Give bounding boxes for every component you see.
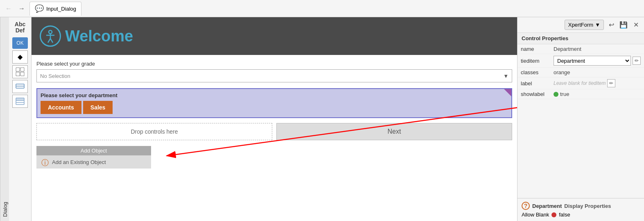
forward-button[interactable]: → [16, 3, 27, 14]
allow-blank-row: Allow Blank false [522, 212, 640, 218]
prop-tieditem-row: tieditem Department ✏ [517, 54, 644, 68]
dept-display-icon: ? [522, 202, 530, 210]
ctrl-props-header: Control Properties [517, 33, 644, 44]
center-canvas: Welcome Please select your grade No Sele… [32, 17, 517, 221]
label-edit-button[interactable]: ✏ [607, 79, 615, 87]
prop-name-row: name Department [517, 44, 644, 54]
svg-rect-9 [16, 98, 24, 100]
dept-label: Please select your department [41, 92, 508, 98]
diamond-icon[interactable]: ◆ [12, 50, 28, 64]
undo-button[interactable]: ↩ [606, 20, 616, 30]
sales-button[interactable]: Sales [83, 101, 113, 114]
dialog-icon: 💬 [35, 4, 44, 13]
svg-rect-0 [16, 68, 20, 71]
prop-tieditem-key: tieditem [517, 54, 550, 68]
save-button[interactable]: 💾 [619, 20, 628, 30]
svg-rect-3 [20, 72, 24, 76]
dialog-tab: Dialog [0, 17, 9, 221]
prop-name-key: name [517, 44, 550, 54]
showlabel-cell: true [554, 91, 641, 97]
grade-label: Please select your grade [36, 61, 512, 67]
xpertform-button[interactable]: XpertForm ▼ [565, 20, 604, 30]
label-placeholder: Leave blank for tieditem [554, 80, 606, 86]
accounts-button[interactable]: Accounts [41, 101, 81, 114]
xpertform-dropdown-icon: ▼ [595, 22, 600, 28]
green-dot [554, 92, 558, 97]
abc-def-label: AbcDef [15, 20, 25, 36]
svg-point-16 [49, 30, 52, 34]
prop-classes-key: classes [517, 68, 550, 77]
add-object-section: Add Object ⓘ Add an Existing Object [36, 146, 151, 169]
xpertform-label: XpertForm [568, 22, 593, 28]
top-bar: ← → 💬 Input_Dialog [0, 0, 644, 17]
svg-rect-1 [20, 68, 24, 71]
corner-marker [504, 89, 511, 96]
main-layout: Dialog AbcDef OK ◆ [0, 17, 644, 221]
prop-label-row: label Leave blank for tieditem ✏ [517, 77, 644, 89]
dropdown-arrow: ▼ [503, 73, 508, 79]
welcome-text: Welcome [65, 27, 133, 45]
ctrl-props-table: name Department tieditem Department ✏ [517, 44, 644, 99]
lines-icon[interactable] [12, 80, 28, 93]
prop-classes-value: orange [550, 68, 644, 77]
bottom-row: Drop controls here Next [36, 123, 512, 140]
prop-showlabel-row: showlabel true [517, 89, 644, 99]
add-object-header: Add Object [36, 146, 151, 155]
prop-showlabel-key: showlabel [517, 89, 550, 99]
svg-rect-2 [16, 72, 20, 76]
tab-label: Input_Dialog [46, 6, 76, 12]
prop-classes-row: classes orange [517, 68, 644, 77]
close-button[interactable]: ✕ [631, 20, 641, 30]
left-sidebar: AbcDef OK ◆ [9, 17, 32, 221]
dialog-area: Dialog AbcDef OK ◆ [0, 17, 32, 221]
grade-placeholder: No Selection [40, 73, 70, 79]
dept-buttons: Accounts Sales [41, 101, 508, 114]
bottom-right-panel: ? Department Display Properties Allow Bl… [517, 198, 644, 221]
grade-dropdown[interactable]: No Selection ▼ [36, 69, 512, 82]
prop-tieditem-value: Department ✏ [550, 54, 644, 68]
prop-label-value: Leave blank for tieditem ✏ [550, 77, 644, 89]
form-area: Please select your grade No Selection ▼ … [32, 55, 517, 174]
prop-name-value: Department [550, 44, 644, 54]
department-section: Please select your department Accounts S… [36, 88, 512, 118]
right-toolbar: XpertForm ▼ ↩ 💾 ✕ [517, 17, 644, 33]
svg-line-20 [50, 39, 53, 43]
drop-zone[interactable]: Drop controls here [36, 123, 272, 140]
welcome-header: Welcome [32, 17, 517, 55]
prop-showlabel-value: true [550, 89, 644, 99]
allow-blank-value: false [559, 212, 570, 218]
tieditem-select[interactable]: Department [554, 56, 631, 66]
tieditem-edit-button[interactable]: ✏ [633, 57, 641, 65]
grid-icon[interactable] [12, 65, 28, 78]
dept-display-header: ? Department Display Properties [522, 202, 640, 210]
prop-label-key: label [517, 77, 550, 89]
right-panel: XpertForm ▼ ↩ 💾 ✕ Control Properties nam… [517, 17, 644, 221]
next-button[interactable]: Next [276, 123, 512, 140]
accessibility-icon [40, 25, 61, 47]
allow-blank-label: Allow Blank [522, 212, 549, 218]
add-existing-item[interactable]: ⓘ Add an Existing Object [36, 155, 151, 169]
display-props-label: Display Properties [564, 203, 611, 209]
dept-display-label: Department [532, 203, 562, 209]
input-dialog-tab[interactable]: 💬 Input_Dialog [29, 2, 81, 16]
svg-line-19 [48, 39, 50, 43]
add-existing-icon: ⓘ [41, 158, 50, 166]
ok-button[interactable]: OK [12, 37, 28, 49]
tieditem-cell: Department ✏ [554, 56, 641, 66]
add-existing-label: Add an Existing Object [52, 159, 106, 165]
back-button[interactable]: ← [3, 3, 14, 14]
red-dot [551, 212, 556, 217]
table-icon[interactable] [12, 95, 28, 108]
